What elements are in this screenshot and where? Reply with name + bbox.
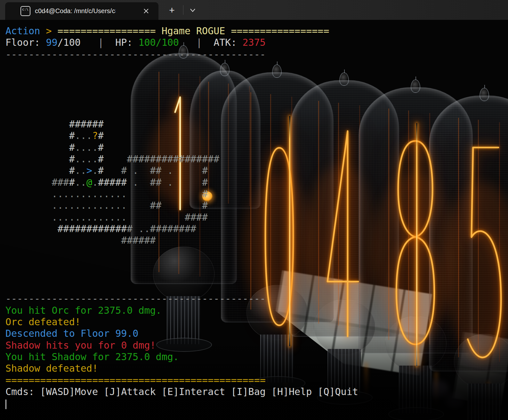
terminal-line: Shadow hits you for 0 dmg! bbox=[5, 340, 508, 351]
terminal-line: #....# bbox=[5, 142, 508, 153]
terminal-line bbox=[5, 270, 508, 281]
terminal-line: ========================================… bbox=[5, 375, 508, 386]
terminal-line bbox=[5, 281, 508, 293]
terminal-line: Shadow defeated! bbox=[5, 363, 508, 374]
tab-bar: c:\ c0d4@Coda: /mnt/c/Users/c80 + bbox=[0, 0, 508, 20]
terminal-line bbox=[5, 398, 508, 409]
terminal-line bbox=[5, 72, 508, 83]
command-prompt-icon: c:\ bbox=[20, 6, 30, 16]
terminal-window: c:\ c0d4@Coda: /mnt/c/Users/c80 + Action… bbox=[0, 0, 508, 420]
terminal-line: You hit Shadow for 2375.0 dmg. bbox=[5, 351, 508, 363]
terminal-line: Floor: 99/100 | HP: 100/100 | ATK: 2375 bbox=[5, 37, 508, 48]
terminal-line bbox=[5, 60, 508, 72]
terminal-line: ............. ## # bbox=[5, 200, 508, 211]
tab-dropdown-button[interactable] bbox=[187, 4, 198, 17]
terminal-content[interactable]: Action > ================= Hgame ROGUE =… bbox=[0, 20, 508, 420]
terminal-line: Orc defeated! bbox=[5, 316, 508, 328]
terminal-line: Action > ================= Hgame ROGUE =… bbox=[5, 25, 508, 37]
terminal-line: Descended to Floor 99.0 bbox=[5, 328, 508, 339]
terminal-line: ----------------------------------------… bbox=[5, 293, 508, 304]
terminal-line: #....# ################ bbox=[5, 153, 508, 165]
terminal-line: ############# ..######## bbox=[5, 223, 508, 235]
terminal-line: #..>.# # . ## . # bbox=[5, 165, 508, 176]
tab-bar-divider bbox=[183, 5, 183, 15]
terminal-line: ----------------------------------------… bbox=[5, 49, 508, 60]
terminal-line: ............. #### bbox=[5, 212, 508, 223]
terminal-line bbox=[5, 95, 508, 107]
close-tab-icon[interactable] bbox=[141, 6, 151, 16]
terminal-line bbox=[5, 258, 508, 270]
terminal-line bbox=[5, 246, 508, 258]
terminal-line: #...?# bbox=[5, 130, 508, 141]
terminal-line bbox=[5, 107, 508, 118]
terminal-line bbox=[5, 84, 508, 95]
terminal-text: Action > ================= Hgame ROGUE =… bbox=[0, 20, 508, 409]
new-tab-button[interactable]: + bbox=[165, 3, 179, 17]
terminal-tab[interactable]: c:\ c0d4@Coda: /mnt/c/Users/c80 bbox=[5, 2, 158, 20]
terminal-line: ............. # bbox=[5, 188, 508, 200]
terminal-line: ###### bbox=[5, 235, 508, 246]
text-cursor bbox=[5, 400, 6, 409]
terminal-line: Cmds: [WASD]Move [J]Attack [E]Interact [… bbox=[5, 386, 508, 398]
tab-title: c0d4@Coda: /mnt/c/Users/c80 bbox=[35, 7, 116, 15]
terminal-line: ###### bbox=[5, 118, 508, 130]
terminal-line: You hit Orc for 2375.0 dmg. bbox=[5, 305, 508, 316]
terminal-line: ####..@.##### . ## . # bbox=[5, 177, 508, 188]
